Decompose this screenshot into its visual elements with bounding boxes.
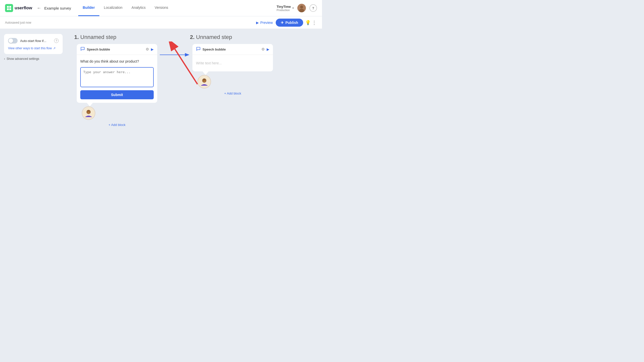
tab-versions[interactable]: Versions — [150, 0, 173, 16]
main-area: Auto-start flow if... ? View other ways … — [0, 29, 322, 181]
write-text-placeholder: Write text here... — [196, 61, 222, 65]
sidebar: Auto-start flow if... ? View other ways … — [0, 29, 67, 181]
tab-localization[interactable]: Localization — [99, 0, 127, 16]
more-options-button[interactable]: ⋮ — [312, 20, 317, 26]
svg-point-6 — [299, 9, 304, 12]
step-1-settings-button[interactable]: ⚙ — [146, 47, 149, 52]
speech-bubble-icon-2 — [196, 47, 200, 52]
view-ways-link[interactable]: View other ways to start this flow ↗ — [8, 47, 59, 50]
step-2-bubble-content: Write text here... — [192, 55, 273, 71]
bubble-tail-2 — [203, 71, 209, 75]
step-2-header: 2. Unnamed step — [190, 34, 232, 40]
logo-text: userflow — [15, 6, 32, 11]
step-1-add-block-button[interactable]: + Add block — [108, 123, 126, 127]
back-button[interactable]: ← — [37, 6, 41, 11]
bubble-tail-wrap-2 — [190, 71, 211, 88]
chevron-down-icon: › — [4, 57, 5, 61]
auto-start-label: Auto-start flow if... — [8, 38, 46, 43]
step-connector — [160, 34, 190, 176]
step-2-avatar — [197, 75, 211, 88]
step-1-name: Unnamed step — [80, 34, 116, 40]
step-1-bubble-card: Speech bubble ⚙ ▶ What do you think abou… — [77, 44, 157, 103]
svg-point-5 — [300, 6, 303, 9]
help-button[interactable]: ? — [309, 4, 317, 12]
nav-right: TinyTime Production ▾ ? — [276, 4, 317, 12]
workspace-button[interactable]: TinyTime Production ▾ — [276, 5, 294, 12]
step-2-play-button[interactable]: ▶ — [267, 47, 269, 51]
submit-button[interactable]: Submit — [80, 90, 154, 99]
workspace-name: TinyTime — [276, 5, 291, 9]
toggle-knob — [9, 38, 13, 43]
chevron-down-icon: ▾ — [292, 6, 294, 10]
svg-rect-3 — [9, 8, 11, 10]
logo: userflow — [5, 4, 32, 12]
nav-tabs: Builder Localization Analytics Versions — [78, 0, 173, 16]
svg-point-19 — [203, 80, 204, 81]
advanced-settings-toggle[interactable]: › Show advanced settings — [4, 57, 63, 61]
lightbulb-button[interactable]: 💡 — [305, 20, 311, 25]
step-1-play-button[interactable]: ▶ — [151, 47, 154, 51]
send-icon: ✈ — [281, 21, 284, 25]
step-1-number: 1. — [74, 34, 79, 40]
step-1-header: 1. Unnamed step — [74, 34, 116, 40]
step-1-block-type: Speech bubble — [87, 48, 144, 51]
svg-rect-2 — [7, 8, 9, 10]
step-2-block-type: Speech bubble — [203, 48, 259, 51]
step-2-settings-button[interactable]: ⚙ — [261, 47, 265, 52]
svg-rect-1 — [9, 6, 11, 8]
autosave-status: Autosaved just now — [5, 21, 256, 24]
tab-analytics[interactable]: Analytics — [127, 0, 150, 16]
bubble-tail-1 — [87, 103, 93, 106]
step-1-bubble-header: Speech bubble ⚙ ▶ — [77, 44, 157, 55]
workspace-env: Production — [276, 9, 291, 12]
bubble-tail-wrap-1 — [74, 103, 95, 120]
play-icon: ▶ — [256, 21, 259, 25]
svg-rect-0 — [7, 6, 9, 8]
canvas: 1. Unnamed step Speech bubble ⚙ ▶ What d… — [67, 29, 322, 181]
step-2-name: Unnamed step — [196, 34, 232, 40]
step-2-add-block-button[interactable]: + Add block — [224, 92, 241, 95]
external-link-icon: ↗ — [53, 47, 56, 50]
tab-builder[interactable]: Builder — [78, 0, 99, 16]
answer-input[interactable] — [80, 67, 154, 87]
svg-point-10 — [88, 112, 88, 113]
auto-start-toggle[interactable] — [8, 38, 18, 43]
auto-start-card: Auto-start flow if... ? View other ways … — [4, 34, 63, 54]
top-navigation: userflow ← Example survey Builder Locali… — [0, 0, 322, 16]
publish-button[interactable]: ✈ Publish — [276, 19, 303, 27]
auto-start-help-icon[interactable]: ? — [54, 38, 59, 43]
avatar[interactable] — [297, 4, 306, 12]
step-1-bubble-content: What do you think about our product? Sub… — [77, 55, 157, 103]
second-bar: Autosaved just now ▶ Preview ✈ Publish 💡… — [0, 16, 322, 29]
preview-button[interactable]: ▶ Preview — [256, 21, 273, 25]
svg-point-20 — [205, 80, 205, 81]
speech-bubble-icon — [80, 47, 85, 52]
survey-title: Example survey — [44, 6, 71, 10]
step-2-bubble-card: Speech bubble ⚙ ▶ Write text here... — [192, 44, 273, 71]
step-1-column: 1. Unnamed step Speech bubble ⚙ ▶ What d… — [74, 34, 160, 176]
step-2-bubble-header: Speech bubble ⚙ ▶ — [192, 44, 273, 55]
question-text: What do you think about our product? — [80, 59, 154, 64]
logo-icon — [5, 4, 13, 12]
step-2-number: 2. — [190, 34, 194, 40]
step-1-avatar — [82, 106, 95, 120]
svg-point-11 — [89, 112, 90, 113]
step-2-column: 2. Unnamed step Speech bubble ⚙ ▶ Write … — [190, 34, 275, 176]
